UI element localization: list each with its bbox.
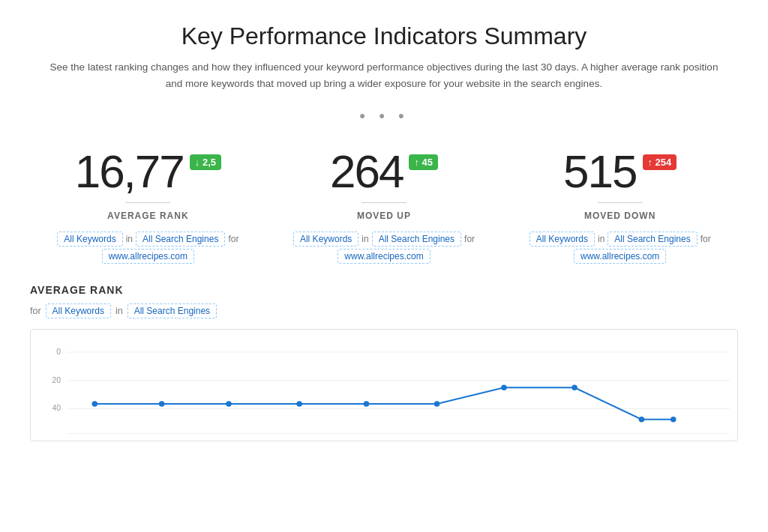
kpi-divider-1	[125, 202, 170, 203]
kpi-card-average-rank: 16,77 ↓ 2,5 AVERAGE RANK All Keywords in…	[30, 148, 266, 262]
svg-text:40: 40	[52, 405, 62, 413]
kpi-value-average-rank: 16,77	[75, 148, 184, 195]
kpi-label-moved-down: MOVED DOWN	[517, 211, 723, 221]
kpi-card-moved-up: 264 ↑ 45 MOVED UP All Keywords in All Se…	[266, 148, 502, 262]
chart-point-5	[364, 401, 370, 407]
kpi-website-1: www.allrecipes.com	[281, 251, 488, 262]
filter-engines-0[interactable]: All Search Engines	[136, 232, 225, 247]
filter-in-0: in	[126, 234, 133, 244]
chart-point-10	[670, 417, 676, 423]
avg-filter-engines[interactable]: All Search Engines	[128, 303, 217, 318]
page-header: Key Performance Indicators Summary See t…	[30, 22, 738, 91]
avg-rank-section: AVERAGE RANK for All Keywords in All Sea…	[30, 284, 738, 441]
chart-point-2	[159, 401, 165, 407]
filter-keywords-0[interactable]: All Keywords	[57, 232, 122, 247]
chart-svg: 0 20 40	[38, 342, 730, 441]
avg-rank-chart: 0 20 40	[30, 329, 738, 441]
chart-point-6	[434, 401, 440, 407]
kpi-filters-moved-down: All Keywords in All Search Engines for	[517, 232, 723, 247]
kpi-badge-average-rank: ↓ 2,5	[190, 154, 221, 170]
page-description: See the latest ranking changes and how t…	[46, 59, 722, 91]
filter-engines-2[interactable]: All Search Engines	[608, 232, 697, 247]
kpi-grid: 16,77 ↓ 2,5 AVERAGE RANK All Keywords in…	[30, 148, 738, 262]
chart-point-1	[92, 401, 98, 407]
kpi-website-2: www.allrecipes.com	[517, 251, 723, 262]
filter-keywords-1[interactable]: All Keywords	[293, 232, 358, 247]
chart-point-3	[226, 401, 232, 407]
kpi-badge-moved-down: ↑ 254	[643, 154, 677, 170]
chart-point-4	[296, 401, 302, 407]
page-title: Key Performance Indicators Summary	[30, 22, 738, 50]
filter-website-tag-0[interactable]: www.allrecipes.com	[102, 249, 194, 264]
filter-engines-1[interactable]: All Search Engines	[372, 232, 461, 247]
kpi-divider-3	[598, 202, 643, 203]
kpi-label-moved-up: MOVED UP	[281, 211, 488, 221]
section-dots: • • •	[30, 106, 738, 126]
filter-website-tag-1[interactable]: www.allrecipes.com	[338, 249, 430, 264]
filter-in-1: in	[362, 234, 368, 244]
kpi-website-0: www.allrecipes.com	[45, 251, 251, 262]
kpi-filters-average-rank: All Keywords in All Search Engines for	[45, 232, 251, 247]
avg-filter-keywords[interactable]: All Keywords	[46, 303, 111, 318]
chart-point-7	[501, 385, 507, 391]
kpi-value-moved-down: 515	[563, 148, 636, 195]
avg-rank-filters: for All Keywords in All Search Engines	[30, 303, 738, 318]
kpi-label-average-rank: AVERAGE RANK	[45, 211, 251, 221]
filter-in-2: in	[598, 234, 604, 244]
avg-filter-for: for	[30, 306, 41, 316]
kpi-value-moved-up: 264	[330, 148, 403, 195]
svg-text:20: 20	[52, 376, 62, 384]
filter-website-tag-2[interactable]: www.allrecipes.com	[574, 249, 666, 264]
avg-rank-title: AVERAGE RANK	[30, 284, 738, 296]
filter-for-2: for	[700, 234, 711, 244]
chart-point-8	[572, 385, 578, 391]
filter-for-1: for	[464, 234, 475, 244]
kpi-card-moved-down: 515 ↑ 254 MOVED DOWN All Keywords in All…	[502, 148, 738, 262]
filter-for-0: for	[228, 234, 238, 244]
kpi-badge-moved-up: ↑ 45	[409, 154, 438, 170]
kpi-filters-moved-up: All Keywords in All Search Engines for	[281, 232, 488, 247]
svg-text:0: 0	[56, 348, 61, 356]
kpi-divider-2	[362, 202, 406, 203]
avg-filter-in: in	[116, 306, 123, 316]
chart-point-9	[639, 417, 645, 423]
filter-keywords-2[interactable]: All Keywords	[530, 232, 595, 247]
